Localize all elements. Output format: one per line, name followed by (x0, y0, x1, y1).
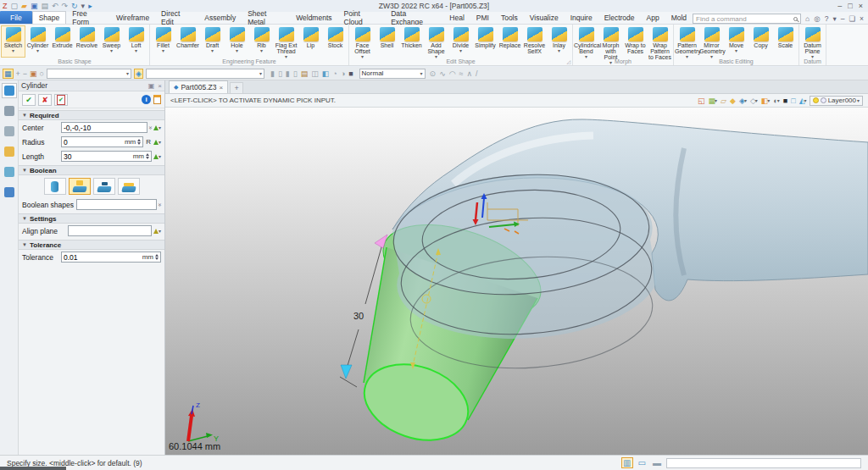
radius-pick-icon[interactable] (153, 139, 161, 145)
viewport[interactable]: 30 Z Y 60.1044 mm (165, 108, 868, 455)
quickbar-icon[interactable]: ⊙ (430, 69, 437, 78)
menu-tab[interactable]: Electrode (598, 11, 641, 24)
ribbon-button[interactable]: Draft (200, 25, 225, 58)
side-tab[interactable] (2, 124, 17, 139)
dropdown-arrow-icon[interactable] (135, 48, 137, 53)
ribbon-button[interactable]: Morph with Point (598, 25, 623, 58)
ribbon-button[interactable]: Datum Plane (800, 25, 825, 58)
menu-tab[interactable]: Visualize (524, 11, 565, 24)
menu-right-icon[interactable]: ▾ (832, 14, 836, 23)
quickbar-icon[interactable]: ◧ (322, 69, 330, 78)
dropdown-arrow-icon[interactable] (36, 48, 39, 53)
new-tab-button[interactable]: + (230, 82, 243, 93)
ribbon-button[interactable]: Revolve (75, 25, 99, 58)
quickbar-icon[interactable]: ▣ (30, 69, 37, 78)
boolean-shapes-input[interactable] (79, 201, 154, 209)
dropdown-arrow-icon[interactable] (110, 48, 113, 53)
window-control-button[interactable]: – (837, 2, 842, 10)
menu-tab[interactable]: Shape (32, 11, 67, 24)
length-input[interactable] (64, 152, 132, 161)
menu-tab[interactable]: App (641, 11, 665, 24)
section-tolerance[interactable]: Tolerance (19, 240, 164, 250)
dropdown-arrow-icon[interactable] (459, 48, 462, 53)
align-plane-input[interactable] (70, 227, 149, 235)
dialog-close-icon[interactable]: × (158, 82, 162, 90)
filter-cube-icon[interactable]: ◈ (134, 69, 143, 79)
quickbar-icon[interactable]: ▤ (301, 69, 309, 78)
menu-tab[interactable]: Wireframe (110, 11, 155, 24)
center-pick-icon[interactable] (153, 124, 161, 130)
ribbon-button[interactable]: Rib (249, 25, 274, 58)
quickbar-icon[interactable]: ◑ (341, 69, 345, 78)
menu-tab[interactable]: Heal (443, 11, 470, 24)
menu-right-icon[interactable]: ⌂ (805, 14, 810, 23)
ribbon-button[interactable]: Add Shape (424, 25, 448, 58)
entity-combo[interactable]: ▾ (146, 69, 264, 79)
da-dropdown-icon[interactable]: ▾ (767, 97, 770, 103)
menu-tab[interactable]: Weldments (290, 11, 337, 24)
da-icon[interactable]: □ (791, 97, 795, 105)
section-boolean[interactable]: Boolean (19, 165, 164, 175)
side-tab[interactable] (2, 144, 17, 159)
ribbon-button[interactable]: Sketch (1, 25, 25, 58)
tab-close-icon[interactable]: × (219, 84, 223, 91)
dropdown-arrow-icon[interactable] (12, 48, 14, 53)
quickbar-icon[interactable]: − (23, 69, 27, 78)
quickbar-icon[interactable]: ▯ (278, 69, 282, 78)
boolean-op-button[interactable] (69, 178, 91, 195)
menu-right-icon[interactable]: – (841, 14, 845, 23)
menu-tab[interactable]: File (0, 11, 32, 24)
quickbar-icon[interactable]: + (16, 69, 20, 78)
radius-input[interactable] (64, 138, 124, 147)
menu-right-icon[interactable]: ◎ (814, 14, 820, 23)
boolean-op-button[interactable] (44, 178, 66, 195)
da-icon[interactable]: ◆ (730, 97, 736, 105)
ribbon-button[interactable]: Wrap Pattern to Faces (648, 25, 672, 58)
quickbar-icon[interactable]: ■ (348, 69, 353, 78)
qat-icon[interactable]: ↷ (62, 2, 69, 10)
center-input[interactable] (64, 124, 145, 132)
dropdown-arrow-icon[interactable] (260, 48, 263, 53)
da-icon[interactable]: ◱ (698, 97, 705, 105)
info-icon[interactable]: i (142, 95, 151, 104)
apply-button[interactable] (54, 94, 68, 106)
menu-tab[interactable]: Data Exchange (385, 11, 443, 24)
ribbon-button[interactable]: Extrude (50, 25, 75, 58)
menu-tab[interactable]: Free Form (66, 11, 110, 24)
ribbon-button[interactable]: Inlay (547, 25, 571, 58)
document-tab[interactable]: ◆ Part005.Z3 × (169, 80, 228, 93)
ribbon-button[interactable]: Simplify (473, 25, 498, 58)
expand-chevron-icon[interactable] (149, 124, 152, 130)
ribbon-button[interactable]: Move (724, 25, 748, 58)
style-combo[interactable]: Normal▾ (359, 69, 426, 79)
ribbon-button[interactable]: Thicken (399, 25, 424, 58)
side-tab[interactable] (2, 185, 17, 200)
quickbar-icon[interactable]: ▯ (293, 69, 298, 78)
boolean-op-button[interactable] (93, 178, 115, 195)
ribbon-button[interactable]: Lip (298, 25, 323, 58)
menu-tab[interactable]: Tools (495, 11, 524, 24)
dropdown-arrow-icon[interactable] (236, 48, 238, 53)
dropdown-arrow-icon[interactable] (558, 48, 560, 53)
filter-combo[interactable]: ▾ (47, 69, 131, 79)
quickbar-icon[interactable]: ▮ (286, 69, 290, 78)
da-dropdown-icon[interactable]: ▾ (744, 97, 747, 103)
qat-icon[interactable]: ▢ (11, 2, 19, 10)
ribbon-button[interactable]: Shell (375, 25, 399, 58)
command-search-box[interactable]: Find a command (693, 14, 801, 24)
menu-tab[interactable]: Sheet Metal (242, 11, 290, 24)
qat-icon[interactable]: Z (3, 2, 8, 10)
dropdown-arrow-icon[interactable] (735, 48, 737, 53)
quickbar-icon[interactable]: ◠ (449, 69, 456, 78)
status-icon[interactable]: ▥ (621, 457, 632, 468)
ribbon-button[interactable]: Wrap to Faces (623, 25, 648, 58)
window-control-button[interactable]: × (859, 2, 863, 10)
menu-tab[interactable]: Mold (665, 11, 693, 24)
menu-tab[interactable]: Point Cloud (338, 11, 386, 24)
ribbon-button[interactable]: Pattern Geometry (675, 25, 699, 58)
dropdown-arrow-icon[interactable] (162, 48, 164, 53)
expand-chevron-icon[interactable] (159, 202, 161, 207)
menu-tab[interactable]: Assembly (198, 11, 242, 24)
boolean-op-button[interactable] (118, 178, 140, 195)
radius-ref-label[interactable]: R (145, 138, 152, 146)
